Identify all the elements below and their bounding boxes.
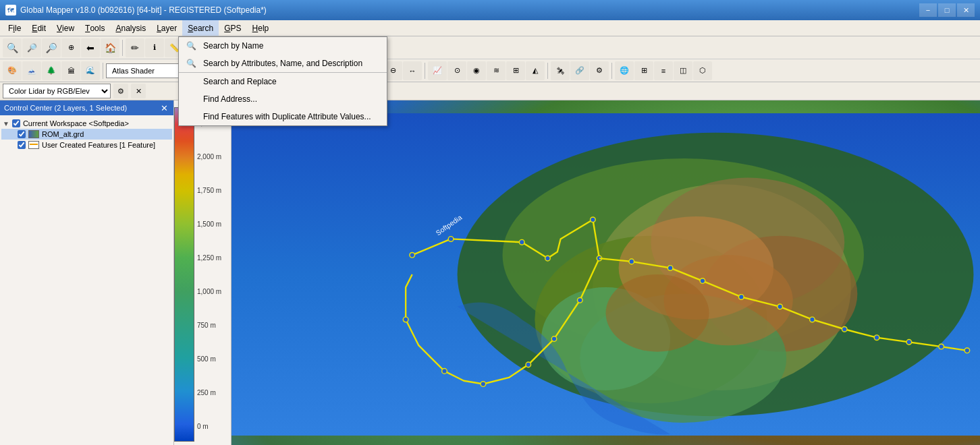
search-dropdown-menu: 🔍 Search by Name 🔍 Search by Attributes,…: [178, 36, 387, 126]
svg-point-22: [442, 369, 447, 374]
tb-connect[interactable]: 🔗: [570, 61, 589, 80]
svg-point-11: [606, 274, 709, 352]
tb-zoom-window[interactable]: 🔎: [22, 38, 41, 57]
svg-point-20: [526, 362, 531, 367]
menu-search[interactable]: Search: [182, 20, 219, 36]
layer-raster-icon: [28, 130, 39, 138]
map-svg-overlay: Softpedia: [232, 100, 980, 445]
app-icon: 🗺: [5, 5, 16, 16]
window-controls: − □ ✕: [919, 3, 975, 17]
sep-4: [103, 63, 103, 79]
svg-point-27: [738, 295, 744, 300]
tb-proj[interactable]: ◫: [674, 61, 692, 80]
title-bar: 🗺 Global Mapper v18.0 (b092616) [64-bit]…: [0, 0, 980, 20]
main-area: Control Center (2 Layers, 1 Selected) ✕ …: [0, 100, 980, 445]
svg-point-13: [448, 237, 454, 242]
svg-point-19: [551, 336, 557, 342]
tb-r5[interactable]: 🌊: [81, 61, 100, 80]
svg-point-30: [842, 326, 847, 332]
svg-point-24: [629, 259, 634, 264]
svg-point-32: [906, 340, 912, 345]
color-settings-btn[interactable]: ⚙: [113, 84, 128, 98]
menu-find-address[interactable]: Find Address...: [179, 90, 387, 108]
menu-layer[interactable]: Layer: [151, 20, 182, 36]
toolbar-row-2: 🎨 🗻 🌲 🏛 🌊 Atlas Shader ▼ ✏ ▣ ⊕ 〰 ⬜ ✂ ◈ ✥…: [0, 59, 980, 82]
tb-digitize[interactable]: ✏: [126, 38, 144, 57]
sep-7: [425, 63, 425, 79]
sep-1: [122, 40, 123, 56]
tb-contour[interactable]: ⊙: [447, 61, 466, 80]
sep-8: [547, 63, 548, 79]
color-close-btn[interactable]: ✕: [131, 84, 146, 98]
svg-point-16: [591, 217, 596, 222]
layer-user-features[interactable]: User Created Features [1 Feature]: [1, 140, 172, 150]
search-replace-label: Search and Replace: [203, 77, 277, 86]
search-attributes-label: Search by Attributes, Name, and Descript…: [203, 59, 362, 68]
tb-3d[interactable]: ⬡: [693, 61, 712, 80]
map-area[interactable]: 2,250 m 2,000 m 1,750 m 1,500 m 1,250 m …: [174, 100, 980, 445]
menu-find-duplicates[interactable]: Find Features with Duplicate Attribute V…: [179, 108, 387, 125]
tb-zoom-in[interactable]: 🔍: [3, 38, 22, 57]
menu-help[interactable]: Help: [247, 20, 275, 36]
workspace-row[interactable]: ▼ Current Workspace <Softpedia>: [1, 118, 172, 129]
elev-1750: 1,750 m: [197, 187, 232, 194]
tb-r4[interactable]: 🏛: [61, 61, 80, 80]
elev-1250: 1,250 m: [197, 254, 232, 262]
tb-zoom-fit[interactable]: ⊕: [61, 38, 80, 57]
minimize-button[interactable]: −: [919, 3, 937, 17]
menu-view[interactable]: View: [51, 20, 80, 36]
tb-layer2[interactable]: ≡: [654, 61, 673, 80]
svg-point-29: [810, 317, 815, 322]
svg-point-25: [668, 266, 673, 271]
tb-lidar[interactable]: ◭: [526, 61, 545, 80]
tb-back[interactable]: ⬅: [81, 38, 100, 57]
tb-feature-info[interactable]: ℹ: [145, 38, 164, 57]
tb-r1[interactable]: 🎨: [3, 61, 22, 80]
layer-rom-alt-label: ROM_alt.grd: [42, 130, 84, 138]
layer-tree: ▼ Current Workspace <Softpedia> ROM_alt.…: [0, 115, 173, 445]
menu-file[interactable]: File: [3, 20, 26, 36]
layer-rom-alt[interactable]: ROM_alt.grd: [1, 129, 172, 140]
menu-edit[interactable]: Edit: [26, 20, 51, 36]
svg-point-33: [939, 344, 944, 349]
layer-user-features-label: User Created Features [1 Feature]: [42, 141, 155, 149]
control-center-close[interactable]: ✕: [159, 102, 169, 113]
menu-gps[interactable]: GPS: [219, 20, 246, 36]
color-bar: [174, 107, 194, 442]
layer-user-features-checkbox[interactable]: [18, 141, 26, 149]
search-by-name-icon: 🔍: [184, 39, 198, 53]
elev-250: 250 m: [197, 389, 232, 396]
tb-flip[interactable]: ↔: [403, 61, 422, 80]
tb-path-profile[interactable]: 📈: [428, 61, 447, 80]
tb-r3[interactable]: 🌲: [42, 61, 61, 80]
tb-online[interactable]: 🌐: [615, 61, 634, 80]
menu-search-attributes[interactable]: 🔍 Search by Attributes, Name, and Descri…: [179, 55, 387, 72]
tb-watershed[interactable]: ≋: [487, 61, 506, 80]
color-lidar-dropdown[interactable]: Color Lidar by RGB/Elev: [3, 84, 111, 98]
menu-search-by-name[interactable]: 🔍 Search by Name: [179, 37, 387, 55]
tb-analysis2[interactable]: ⊞: [506, 61, 525, 80]
tb-gps-track[interactable]: 🛰: [551, 61, 570, 80]
tb-zoom-out[interactable]: 🔍: [42, 38, 61, 57]
window-title: Global Mapper v18.0 (b092616) [64-bit] -…: [20, 5, 919, 15]
workspace-label: Current Workspace <Softpedia>: [23, 119, 129, 127]
menu-analysis[interactable]: Analysis: [110, 20, 151, 36]
sep-9: [611, 63, 612, 79]
layer-rom-alt-checkbox[interactable]: [18, 130, 26, 138]
tb-tile[interactable]: ⊞: [634, 61, 653, 80]
elevation-labels: 2,250 m 2,000 m 1,750 m 1,500 m 1,250 m …: [197, 100, 232, 445]
left-panel: Control Center (2 Layers, 1 Selected) ✕ …: [0, 100, 174, 445]
control-center-header: Control Center (2 Layers, 1 Selected) ✕: [0, 100, 173, 115]
menu-tools[interactable]: Tools: [80, 20, 110, 36]
maximize-button[interactable]: □: [938, 3, 956, 17]
tb-viewshed[interactable]: ◉: [467, 61, 486, 80]
workspace-checkbox[interactable]: [12, 119, 20, 127]
menu-search-replace[interactable]: Search and Replace: [179, 72, 387, 90]
tb-home[interactable]: 🏠: [101, 38, 119, 57]
close-button[interactable]: ✕: [957, 3, 975, 17]
workspace-expand[interactable]: ▼: [3, 120, 9, 127]
elev-1000: 1,000 m: [197, 288, 232, 295]
tb-settings2[interactable]: ⚙: [590, 61, 609, 80]
search-by-name-label: Search by Name: [203, 41, 263, 51]
tb-r2[interactable]: 🗻: [22, 61, 41, 80]
